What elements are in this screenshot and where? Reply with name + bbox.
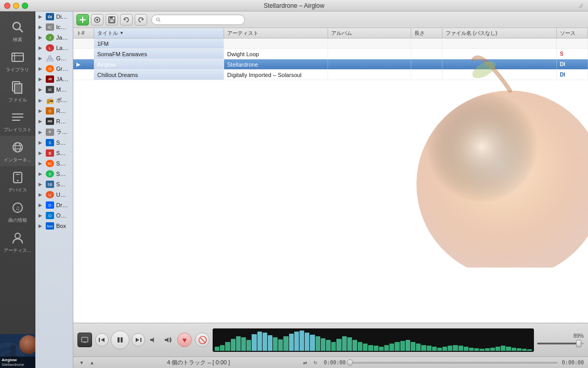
svg-point-20 <box>15 233 20 238</box>
source-item-digitally-imported[interactable]: ▶ DI Digitally Imported <box>35 11 73 22</box>
header-source[interactable]: ソース <box>557 28 588 38</box>
status-left-controls: ▼ ▲ <box>77 359 96 367</box>
sidebar-item-search-label: 検索 <box>13 37 22 43</box>
library-icon <box>9 49 26 66</box>
source-item-magnatune[interactable]: ▶ M Magnatune <box>35 84 73 95</box>
play-indicator: ▶ <box>76 61 81 67</box>
playlists-icon <box>9 109 26 125</box>
sidebar-item-artists[interactable]: アーティス... <box>0 226 35 257</box>
burn-button[interactable] <box>91 14 103 26</box>
sidebar-icons: 検索 ライブラリ ファイル プレイリスト インターネ... <box>0 11 35 368</box>
love-button[interactable]: ♥ <box>177 333 192 347</box>
player-bar: ♥ 🚫 89% <box>73 323 588 357</box>
source-item-box[interactable]: ▶ box Box <box>35 221 73 231</box>
source-item-skyfm[interactable]: ▶ S SKY.fm <box>35 137 73 148</box>
source-item-podcast[interactable]: ▶ 📻 ポッドキャスト <box>35 95 73 106</box>
minimize-button[interactable] <box>13 3 19 9</box>
source-item-rockradio[interactable]: ▶ RR ROCKRADIO.com <box>35 116 73 126</box>
sidebar-item-songinfo[interactable]: ♫ 曲の情報 <box>0 196 35 226</box>
svg-point-39 <box>156 18 160 21</box>
header-filename[interactable]: ファイル名 (パスなし) <box>442 28 557 38</box>
svg-rect-38 <box>110 20 114 22</box>
background-artwork <box>328 39 588 323</box>
source-item-grooveshark[interactable]: ▶ G Grooveshark <box>35 64 73 74</box>
sidebar-item-search[interactable]: 検索 <box>0 16 35 46</box>
source-icon-spotify: S <box>46 170 54 177</box>
source-item-subsonic[interactable]: ▶ SB Subsonic <box>35 179 73 189</box>
sidebar-item-files[interactable]: ファイル <box>0 76 35 106</box>
volume-up-button[interactable] <box>162 334 174 346</box>
track-filename <box>442 70 557 80</box>
header-num[interactable]: ト# <box>73 28 94 38</box>
sidebar-item-devices[interactable]: デバイス <box>0 166 35 196</box>
source-item-jazzradio[interactable]: ▶ JR JAZZRADIO.com <box>35 74 73 84</box>
redo-button[interactable] <box>135 14 147 26</box>
source-icon-subsonic: SB <box>46 181 54 188</box>
table-row[interactable]: SomaFM Earwaves Dwight Loop S <box>73 49 588 59</box>
source-item-ubuntuone[interactable]: ▶ U Ubuntu One <box>35 189 73 200</box>
status-btn-down[interactable]: ▼ <box>77 359 86 367</box>
source-item-soundcloud[interactable]: ▶ SC SoundCloud <box>35 158 73 169</box>
sidebar-item-library[interactable]: ライブラリ <box>0 46 35 76</box>
source-item-onedrive[interactable]: ▶ O OneDrive <box>35 210 73 221</box>
sidebar-item-playlists[interactable]: プレイリスト <box>0 106 35 136</box>
source-label-somafm: SomaFM <box>56 150 69 156</box>
svg-point-41 <box>416 91 588 268</box>
source-item-lastfm[interactable]: ▶ L Last.fm <box>35 43 73 53</box>
next-button[interactable] <box>132 333 145 347</box>
source-icon-grooveshark: G <box>46 65 54 72</box>
source-label-di: Digitally Imported <box>56 14 69 20</box>
status-btn-up[interactable]: ▲ <box>88 359 96 367</box>
volume-thumb[interactable] <box>576 340 581 347</box>
resize-handle[interactable] <box>578 3 584 9</box>
source-item-jamendo[interactable]: ▶ J Jamendo <box>35 32 73 43</box>
source-arrow: ▶ <box>38 130 44 135</box>
close-button[interactable] <box>4 3 10 9</box>
sidebar-item-internet[interactable]: インターネ... <box>0 136 35 166</box>
shuffle-icon[interactable]: ⇄ <box>301 359 309 367</box>
header-duration[interactable]: 長さ <box>411 28 442 38</box>
add-button[interactable] <box>76 14 89 26</box>
source-arrow: ▶ <box>38 171 44 176</box>
header-title[interactable]: タイトル ▼ <box>94 28 224 38</box>
header-artist[interactable]: アーティスト <box>224 28 328 38</box>
table-row[interactable]: 1FM <box>73 39 588 49</box>
track-album <box>328 70 411 80</box>
source-item-icecast[interactable]: ▶ IC Icecast <box>35 22 73 32</box>
prev-button[interactable] <box>95 333 109 347</box>
source-icon-soundcloud: SC <box>46 160 54 167</box>
source-item-radiojp[interactable]: ▶ R ラジオストリーム <box>35 126 73 137</box>
track-source <box>557 39 588 48</box>
screen-button[interactable] <box>77 333 92 347</box>
save-button[interactable] <box>106 14 118 26</box>
table-row[interactable]: ▶ Airglow Stellardrone DI <box>73 59 588 70</box>
progress-thumb[interactable] <box>347 360 353 366</box>
source-icon-magnatune: M <box>46 86 54 93</box>
track-filename <box>442 49 557 59</box>
volume-down-button[interactable] <box>147 334 160 346</box>
header-album[interactable]: アルバム <box>328 28 411 38</box>
sidebar-item-playlists-label: プレイリスト <box>4 127 32 133</box>
source-item-spotify[interactable]: ▶ S Spotify <box>35 169 73 179</box>
table-row[interactable]: Chillout Dreams Digitally Imported – Sol… <box>73 70 588 80</box>
source-arrow: ▶ <box>38 77 44 82</box>
source-item-googledrive[interactable]: ▶ G Google Drive <box>35 53 73 64</box>
source-item-somafm[interactable]: ▶ S SomaFM <box>35 148 73 158</box>
maximize-button[interactable] <box>22 3 28 9</box>
toolbar <box>73 11 588 28</box>
pause-button[interactable] <box>111 331 129 349</box>
source-label-skyfm: SKY.fm <box>56 139 69 146</box>
track-filename <box>442 39 557 48</box>
progress-slider[interactable] <box>350 360 558 365</box>
search-input[interactable] <box>163 17 240 23</box>
repeat-icon[interactable]: ↻ <box>311 359 320 367</box>
source-item-dropbox[interactable]: ▶ D Dropbox <box>35 200 73 210</box>
ban-button[interactable]: 🚫 <box>195 333 210 347</box>
svg-text:♫: ♫ <box>15 205 20 212</box>
source-arrow: ▶ <box>38 87 44 92</box>
undo-button[interactable] <box>120 14 133 26</box>
volume-slider[interactable] <box>537 340 584 347</box>
progress-track <box>350 362 558 363</box>
source-icon-rockradio: RR <box>46 118 54 125</box>
source-item-radiogfm[interactable]: ▶ G Radio GFM <box>35 106 73 116</box>
